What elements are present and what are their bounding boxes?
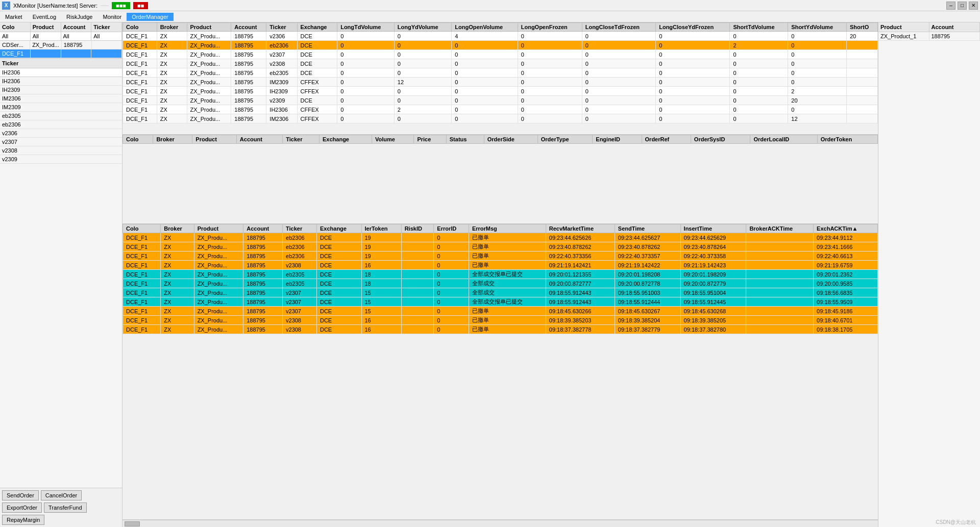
- server-input[interactable]: [101, 5, 109, 6]
- export-order-button[interactable]: ExportOrder: [2, 503, 42, 513]
- filter-ticker[interactable]: All: [91, 32, 122, 40]
- pos-cell-5-10: 0: [582, 78, 655, 87]
- order-table-wrapper[interactable]: Colo Broker Product Account Ticker Excha…: [122, 135, 878, 223]
- trd-cell-0-10: 09:23:44.625626: [546, 233, 615, 242]
- trade-row-8[interactable]: DCE_F1ZXZX_Produ...188795v2307DCE150已撤单0…: [123, 307, 878, 316]
- content-area: Colo Broker Product Account Ticker Excha…: [122, 22, 878, 527]
- position-row-1[interactable]: DCE_F1ZXZX_Produ...188795eb2306DCE000000…: [123, 41, 878, 50]
- transfer-fund-button[interactable]: TransferFund: [44, 503, 87, 513]
- ticker-item-v2307[interactable]: v2307: [0, 138, 122, 146]
- trd-cell-7-10: 09:18:55.912443: [546, 297, 615, 307]
- pos-cell-8-13: 0: [788, 105, 847, 114]
- pos-cell-6-6: 0: [337, 87, 395, 96]
- sidebar-row-0[interactable]: CDSer... ZX_Prod... 188795: [0, 41, 122, 49]
- trade-row-6[interactable]: DCE_F1ZXZX_Produ...188795v2307DCE150全部成交…: [123, 288, 878, 297]
- filter-account[interactable]: All: [61, 32, 92, 40]
- repay-margin-button[interactable]: RepayMargin: [2, 515, 44, 525]
- trade-row-7[interactable]: DCE_F1ZXZX_Produ...188795v2307DCE150全部成交…: [123, 297, 878, 307]
- filter-colo[interactable]: All: [0, 32, 31, 40]
- ticker-item-v2306[interactable]: v2306: [0, 129, 122, 138]
- pos-cell-6-2: ZX_Produ...: [187, 87, 231, 96]
- trade-row-1[interactable]: DCE_F1ZXZX_Produ...188795eb2306DCE190已撤单…: [123, 242, 878, 252]
- position-row-4[interactable]: DCE_F1ZXZX_Produ...188795eb2305DCE000000…: [123, 68, 878, 78]
- ord-th-exchange: Exchange: [320, 135, 372, 144]
- ticker-item-v2308[interactable]: v2308: [0, 146, 122, 155]
- pos-cell-4-10: 0: [582, 68, 655, 78]
- pos-cell-0-0: DCE_F1: [123, 32, 157, 41]
- trd-cell-10-11: 09:18:37.382779: [615, 325, 680, 334]
- position-row-8[interactable]: DCE_F1ZXZX_Produ...188795IH2306CFFEX0200…: [123, 105, 878, 114]
- menu-riskjudge[interactable]: RiskJudge: [61, 13, 97, 21]
- trd-cell-10-13: [746, 325, 814, 334]
- position-row-0[interactable]: DCE_F1ZXZX_Produ...188795v2306DCE0040000…: [123, 32, 878, 41]
- pos-cell-7-14: [847, 96, 878, 105]
- ticker-item-im2306[interactable]: IM2306: [0, 94, 122, 103]
- trd-cell-9-10: 09:18:39.385203: [546, 316, 615, 325]
- trd-cell-8-5: DCE: [316, 307, 361, 316]
- pos-cell-6-13: 2: [788, 87, 847, 96]
- minimize-button[interactable]: –: [946, 2, 955, 10]
- trd-cell-5-14: 09:20:00.9585: [814, 279, 878, 288]
- position-row-7[interactable]: DCE_F1ZXZX_Produ...188795v2309DCE0000000…: [123, 96, 878, 105]
- ticker-header: Ticker: [0, 59, 122, 68]
- position-row-2[interactable]: DCE_F1ZXZX_Produ...188795v2307DCE0000000…: [123, 50, 878, 59]
- position-row-9[interactable]: DCE_F1ZXZX_Produ...188795IM2306CFFEX0000…: [123, 114, 878, 123]
- window-controls: – □ ✕: [946, 2, 978, 10]
- pos-cell-2-9: 0: [518, 50, 582, 59]
- trade-row-2[interactable]: DCE_F1ZXZX_Produ...188795eb2306DCE190已撤单…: [123, 252, 878, 261]
- pos-cell-0-2: ZX_Produ...: [187, 32, 231, 41]
- right-panel-row-0[interactable]: ZX_Product_1 188795: [878, 32, 980, 41]
- menu-monitor[interactable]: Monitor: [97, 13, 127, 21]
- position-row-5[interactable]: DCE_F1ZXZX_Produ...188795IM2309CFFEX0120…: [123, 78, 878, 87]
- menu-ordermanager[interactable]: OrderManager: [127, 13, 174, 21]
- ticker-item-v2309[interactable]: v2309: [0, 155, 122, 164]
- pos-cell-4-7: 0: [394, 68, 451, 78]
- pos-th-shortyd: ShortYdVolume: [788, 23, 847, 32]
- ticker-item-eb2306[interactable]: eb2306: [0, 120, 122, 129]
- menu-eventlog[interactable]: EventLog: [28, 13, 61, 21]
- pos-cell-5-3: 188795: [231, 78, 266, 87]
- right-panel: Product Account ZX_Product_1 188795: [878, 22, 980, 527]
- main-layout: Colo Product Account Ticker All All All …: [0, 22, 980, 527]
- sidebar-row-1[interactable]: DCE_F1: [0, 49, 122, 58]
- pos-cell-7-9: 0: [518, 96, 582, 105]
- pos-cell-6-5: CFFEX: [297, 87, 337, 96]
- position-table-wrapper[interactable]: Colo Broker Product Account Ticker Excha…: [122, 22, 878, 134]
- position-row-6[interactable]: DCE_F1ZXZX_Produ...188795IH2309CFFEX0000…: [123, 87, 878, 96]
- app-title: XMonitor [UserName:test] Server:: [13, 3, 97, 9]
- maximize-button[interactable]: □: [958, 2, 967, 10]
- ticker-item-im2309[interactable]: IM2309: [0, 103, 122, 112]
- ticker-filter[interactable]: IH2306: [0, 68, 122, 77]
- ord-th-price: Price: [414, 135, 446, 144]
- send-order-button[interactable]: SendOrder: [2, 490, 39, 500]
- position-row-3[interactable]: DCE_F1ZXZX_Produ...188795v2308DCE0000000…: [123, 59, 878, 68]
- trade-table-wrapper[interactable]: Colo Broker Product Account Ticker Excha…: [122, 224, 878, 519]
- trade-row-3[interactable]: DCE_F1ZXZX_Produ...188795v2308DCE160已撤单0…: [123, 261, 878, 270]
- trd-cell-4-14: 09:20:01.2362: [814, 270, 878, 279]
- trade-row-4[interactable]: DCE_F1ZXZX_Produ...188795eb2305DCE180全部成…: [123, 270, 878, 279]
- trade-row-10[interactable]: DCE_F1ZXZX_Produ...188795v2308DCE160已撤单0…: [123, 325, 878, 334]
- ticker-item-ih2309[interactable]: IH2309: [0, 86, 122, 94]
- pos-cell-6-3: 188795: [231, 87, 266, 96]
- menu-market[interactable]: Market: [0, 13, 28, 21]
- pos-cell-0-10: 0: [582, 32, 655, 41]
- trd-cell-0-11: 09:23:44.625627: [615, 233, 680, 242]
- pos-cell-4-2: ZX_Produ...: [187, 68, 231, 78]
- ticker-item-ih2306[interactable]: IH2306: [0, 77, 122, 86]
- ticker-item-eb2305[interactable]: eb2305: [0, 112, 122, 120]
- sidebar-col-ticker: Ticker: [91, 22, 122, 32]
- trd-cell-9-12: 09:18:39.385205: [680, 316, 746, 325]
- filter-product[interactable]: All: [31, 32, 61, 40]
- close-button[interactable]: ✕: [969, 2, 978, 10]
- horizontal-scrollbar[interactable]: [122, 520, 878, 527]
- trade-row-9[interactable]: DCE_F1ZXZX_Produ...188795v2308DCE160已撤单0…: [123, 316, 878, 325]
- pos-cell-3-0: DCE_F1: [123, 59, 157, 68]
- sidebar: Colo Product Account Ticker All All All …: [0, 22, 122, 527]
- sidebar-cell-account-1: [61, 49, 92, 58]
- cancel-order-button[interactable]: CancelOrder: [41, 490, 82, 500]
- trade-row-0[interactable]: DCE_F1ZXZX_Produ...188795eb2306DCE190已撤单…: [123, 233, 878, 242]
- pos-cell-8-7: 2: [394, 105, 451, 114]
- trade-row-5[interactable]: DCE_F1ZXZX_Produ...188795eb2305DCE180全部成…: [123, 279, 878, 288]
- pos-cell-6-11: 0: [656, 87, 730, 96]
- trd-cell-4-5: DCE: [316, 270, 361, 279]
